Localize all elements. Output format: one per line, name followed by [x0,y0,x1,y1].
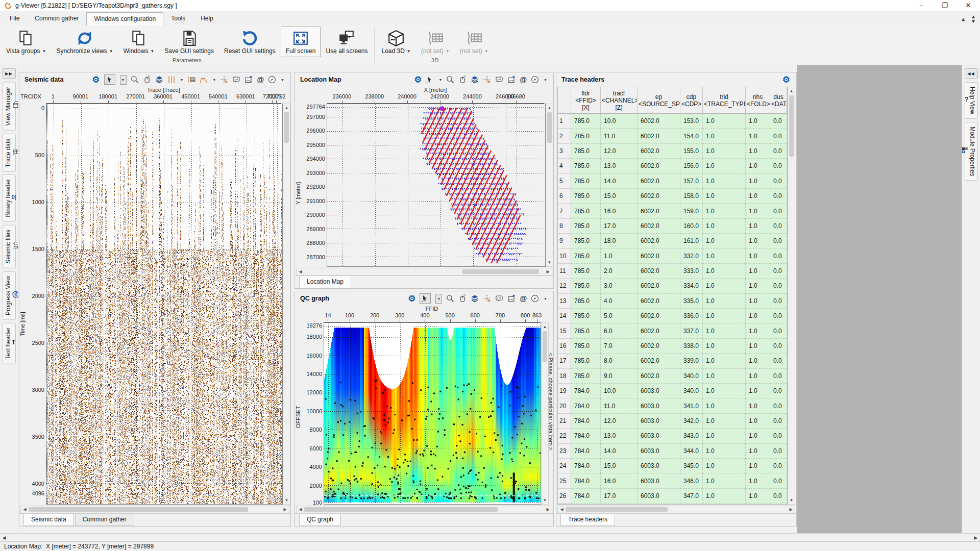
row-number-cell[interactable]: 4 [558,159,571,173]
crosshair-icon[interactable] [483,293,491,304]
table-cell[interactable]: 10.0 [601,384,638,398]
mouse-mode-icon[interactable] [458,293,467,304]
table-cell[interactable]: 1.0 [746,144,770,159]
export-image-icon[interactable] [507,293,516,304]
row-number-cell[interactable]: 2 [558,129,571,143]
table-cell[interactable]: 10.0 [601,114,638,129]
table-cell[interactable]: 6002.0 [638,159,680,173]
table-cell[interactable]: 16.0 [601,473,638,488]
export-image-icon[interactable] [244,74,253,85]
export-image-icon[interactable] [507,74,516,85]
table-cell[interactable]: 1.0 [746,114,770,129]
table-cell[interactable]: 6002.0 [638,144,680,159]
table-cell[interactable]: 15.0 [601,459,638,473]
maximize-button[interactable]: ❐ [933,0,957,11]
scroll-left-icon[interactable]: ◀ [0,535,8,540]
table-cell[interactable]: 6003.0 [638,444,680,459]
table-cell[interactable]: 334.0 [680,279,703,293]
table-cell[interactable]: 5.0 [601,309,638,323]
menu-item-windows-configuration[interactable]: Windows configuration [86,12,163,26]
row-number-cell[interactable]: 6 [558,189,571,204]
scroll-right-icon[interactable]: ▶ [972,535,980,540]
table-cell[interactable]: 0.0 [770,159,787,173]
table-cell[interactable]: 6003.0 [638,473,680,488]
table-cell[interactable]: 784.0 [571,444,601,459]
table-cell[interactable]: 1.0 [703,294,746,309]
table-cell[interactable]: 153.0 [680,114,703,129]
wiggle-traces-dropdown-icon[interactable]: ▼ [180,78,184,82]
table-cell[interactable]: 0.0 [770,249,787,264]
table-cell[interactable]: 0.0 [770,174,787,189]
select-tool-dropdown-icon[interactable]: ▼ [438,78,442,82]
dock-arrow-icon[interactable]: ▲ [961,17,966,21]
location-vertical-scrollbar[interactable]: ▲▼ [546,104,553,267]
table-cell[interactable]: 784.0 [571,398,601,413]
table-cell[interactable]: 785.0 [571,323,601,338]
zoom-region-icon[interactable]: @ [257,74,264,85]
table-cell[interactable]: 17.0 [601,219,638,234]
table-cell[interactable]: 785.0 [571,159,601,173]
menu-item-file[interactable]: File [2,12,27,26]
table-cell[interactable]: 1.0 [746,219,770,234]
table-horizontal-scrollbar[interactable]: ◀▶ [557,506,795,513]
table-cell[interactable]: 6002.0 [638,174,680,189]
table-cell[interactable]: 342.0 [680,414,703,429]
table-cell[interactable]: 333.0 [680,264,703,279]
row-number-cell[interactable]: 16 [558,339,571,354]
row-number-cell[interactable]: 20 [558,398,571,413]
table-cell[interactable]: 1.0 [703,159,746,173]
table-cell[interactable]: 784.0 [571,489,601,504]
table-cell[interactable]: 16.0 [601,204,638,218]
table-cell[interactable]: 1.0 [746,429,770,443]
table-cell[interactable]: 1.0 [703,189,746,204]
menu-item-help[interactable]: Help [193,12,221,26]
table-cell[interactable]: 1.0 [703,323,746,338]
row-number-cell[interactable]: 17 [558,354,571,368]
table-cell[interactable]: 7.0 [601,339,638,354]
table-cell[interactable]: 0.0 [770,429,787,443]
panel-tab-qc-graph[interactable]: QC graph [299,514,341,526]
table-cell[interactable]: 1.0 [703,219,746,234]
table-cell[interactable]: 12.0 [601,144,638,159]
compass-dropdown-icon[interactable]: ▼ [281,78,284,82]
table-cell[interactable]: 1.0 [746,339,770,354]
table-cell[interactable]: 785.0 [571,354,601,368]
table-cell[interactable]: 15.0 [601,189,638,204]
crosshair-icon[interactable] [483,74,491,85]
table-cell[interactable]: 332.0 [680,249,703,264]
table-cell[interactable]: 6002.0 [638,249,680,264]
table-cell[interactable]: 154.0 [680,129,703,143]
gear-icon[interactable]: ⚙ [408,293,415,304]
select-tool-icon[interactable] [426,74,434,85]
table-cell[interactable]: 1.0 [746,129,770,143]
table-cell[interactable]: 785.0 [571,144,601,159]
table-cell[interactable]: 6002.0 [638,309,680,323]
seismic-vertical-scrollbar[interactable]: ▲▼ [283,104,290,505]
table-cell[interactable]: 0.0 [770,384,787,398]
table-cell[interactable]: 0.0 [770,114,787,129]
table-cell[interactable]: 344.0 [680,444,703,459]
sidebar-tab-help-view[interactable]: Help View? [965,82,978,119]
row-number-cell[interactable]: 5 [558,174,571,189]
table-cell[interactable]: 1.0 [746,249,770,264]
column-header-dus[interactable]: dus<DATA_ [770,87,787,113]
table-cell[interactable]: 0.0 [770,294,787,309]
column-header-tracf[interactable]: tracf<CHANNEL>[Z] [601,87,638,113]
table-cell[interactable]: 1.0 [601,249,638,264]
vista-groups-button[interactable]: Vista groups▼ [1,27,51,57]
table-cell[interactable]: 6002.0 [638,279,680,293]
table-cell[interactable]: 1.0 [746,398,770,413]
table-cell[interactable]: 1.0 [703,309,746,323]
table-cell[interactable]: 1.0 [703,459,746,473]
table-cell[interactable]: 1.0 [746,459,770,473]
table-cell[interactable]: 1.0 [746,159,770,173]
table-cell[interactable]: 1.0 [703,204,746,218]
layers-icon[interactable] [155,74,163,85]
table-cell[interactable]: 2.0 [601,264,638,279]
table-cell[interactable]: 336.0 [680,309,703,323]
sidebar-tab-seismic-files[interactable]: Seismic files [3,225,16,268]
table-cell[interactable]: 14.0 [601,444,638,459]
panel-tab-location-map[interactable]: Location Map [299,276,351,288]
histogram-icon[interactable] [200,74,208,85]
table-cell[interactable]: 1.0 [746,174,770,189]
